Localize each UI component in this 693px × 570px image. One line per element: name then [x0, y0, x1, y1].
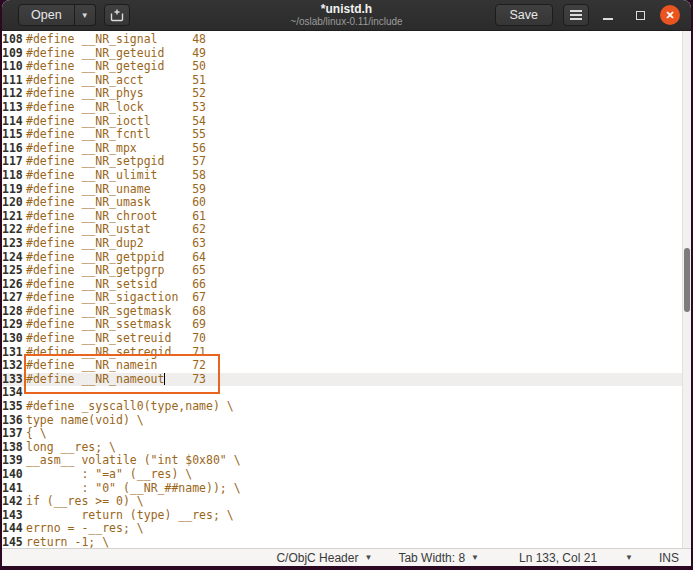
line-number: 130	[2, 332, 22, 346]
line-number: 123	[2, 237, 22, 251]
code-line[interactable]: 117#define __NR_setpgid 57	[2, 155, 682, 169]
code-line[interactable]: 119#define __NR_uname 59	[2, 183, 682, 197]
code-line[interactable]: 110#define __NR_getegid 50	[2, 60, 682, 74]
line-number: 140	[2, 468, 22, 482]
window-controls: Save ✕	[495, 2, 684, 28]
line-text: #define __NR_ustat 62	[22, 223, 206, 237]
code-line[interactable]: 129#define __NR_ssetmask 69	[2, 318, 682, 332]
save-button[interactable]: Save	[495, 4, 554, 26]
code-line[interactable]: 123#define __NR_dup2 63	[2, 237, 682, 251]
line-number: 142	[2, 495, 22, 509]
code-line[interactable]: 143 return (type) __res; \	[2, 509, 682, 523]
language-selector[interactable]: C/ObjC Header ▼	[276, 551, 372, 565]
code-line[interactable]: 141 : "0" (__NR_##name)); \	[2, 482, 682, 496]
line-text: #define __NR_mpx 56	[22, 142, 206, 156]
tab-width-selector[interactable]: Tab Width: 8 ▼	[398, 551, 479, 565]
new-document-button[interactable]	[104, 4, 130, 26]
line-number: 139	[2, 454, 22, 468]
line-number: 129	[2, 318, 22, 332]
window-subtitle: ~/oslab/linux-0.11/include	[290, 16, 402, 27]
line-number: 122	[2, 223, 22, 237]
language-label: C/ObjC Header	[276, 551, 358, 565]
open-dropdown-button[interactable]: ▼	[75, 4, 96, 26]
line-text: #define __NR_ssetmask 69	[22, 318, 206, 332]
line-text: #define __NR_ulimit 58	[22, 169, 206, 183]
code-line[interactable]: 142if (__res >= 0) \	[2, 495, 682, 509]
line-number: 136	[2, 414, 22, 428]
code-line[interactable]: 120#define __NR_umask 60	[2, 196, 682, 210]
code-line[interactable]: 109#define __NR_geteuid 49	[2, 47, 682, 61]
code-line[interactable]: 115#define __NR_fcntl 55	[2, 128, 682, 142]
line-number: 108	[2, 33, 22, 47]
scrollbar-thumb[interactable]	[684, 248, 690, 312]
line-number: 125	[2, 264, 22, 278]
line-text: #define __NR_dup2 63	[22, 237, 206, 251]
open-button-label: Open	[31, 8, 62, 22]
line-text: #define _syscall0(type,name) \	[22, 400, 234, 414]
line-number: 127	[2, 291, 22, 305]
code-line[interactable]: 121#define __NR_chroot 61	[2, 210, 682, 224]
save-button-label: Save	[510, 8, 539, 22]
line-number: 112	[2, 87, 22, 101]
cursor-position-selector[interactable]: Ln 133, Col 21 ▼	[519, 551, 633, 565]
open-button[interactable]: Open	[18, 4, 75, 26]
code-line[interactable]: 114#define __NR_ioctl 54	[2, 115, 682, 129]
line-text: #define __NR_ioctl 54	[22, 115, 206, 129]
line-number: 132	[2, 359, 22, 373]
code-line[interactable]: 137{ \	[2, 427, 682, 441]
minimize-button[interactable]	[595, 2, 621, 28]
code-line[interactable]: 140 : "=a" (__res) \	[2, 468, 682, 482]
code-line[interactable]: 116#define __NR_mpx 56	[2, 142, 682, 156]
text-editor-area[interactable]: 108#define __NR_signal 48109#define __NR…	[2, 31, 691, 548]
code-line[interactable]: 118#define __NR_ulimit 58	[2, 169, 682, 183]
line-number: 134	[2, 386, 22, 400]
line-number: 144	[2, 522, 22, 536]
maximize-button[interactable]	[627, 2, 653, 28]
code-line[interactable]: 128#define __NR_sgetmask 68	[2, 305, 682, 319]
line-text: return (type) __res; \	[22, 509, 234, 523]
vertical-scrollbar[interactable]	[682, 31, 691, 548]
chevron-down-icon: ▼	[364, 553, 372, 562]
code-line[interactable]: 144errno = -__res; \	[2, 522, 682, 536]
line-number: 114	[2, 115, 22, 129]
code-line[interactable]: 145return -1; \	[2, 536, 682, 548]
menu-button[interactable]	[563, 4, 589, 26]
line-text: errno = -__res; \	[22, 522, 144, 536]
line-text: type name(void) \	[22, 414, 144, 428]
code-line[interactable]: 135#define _syscall0(type,name) \	[2, 400, 682, 414]
insert-mode-toggle[interactable]: INS	[659, 551, 679, 565]
code-line[interactable]: 108#define __NR_signal 48	[2, 33, 682, 47]
close-icon: ✕	[660, 5, 680, 25]
code-line[interactable]: 127#define __NR_sigaction 67	[2, 291, 682, 305]
line-number: 126	[2, 278, 22, 292]
line-text: #define __NR_setsid 66	[22, 278, 206, 292]
code-line[interactable]: 138long __res; \	[2, 441, 682, 455]
chevron-down-icon: ▼	[625, 553, 633, 562]
close-button[interactable]: ✕	[657, 2, 683, 28]
code-line[interactable]: 125#define __NR_getpgrp 65	[2, 264, 682, 278]
status-bar: C/ObjC Header ▼ Tab Width: 8 ▼ Ln 133, C…	[2, 548, 691, 566]
line-number: 116	[2, 142, 22, 156]
line-number: 110	[2, 60, 22, 74]
code-line[interactable]: 136type name(void) \	[2, 414, 682, 428]
line-number: 111	[2, 74, 22, 88]
code-line[interactable]: 113#define __NR_lock 53	[2, 101, 682, 115]
code-line[interactable]: 122#define __NR_ustat 62	[2, 223, 682, 237]
code-line[interactable]: 111#define __NR_acct 51	[2, 74, 682, 88]
code-line[interactable]: 126#define __NR_setsid 66	[2, 278, 682, 292]
code-line[interactable]: 124#define __NR_getppid 64	[2, 251, 682, 265]
line-number: 115	[2, 128, 22, 142]
line-text: #define __NR_getppid 64	[22, 251, 206, 265]
line-text: #define __NR_fcntl 55	[22, 128, 206, 142]
minimize-icon	[603, 18, 613, 20]
line-text: if (__res >= 0) \	[22, 495, 144, 509]
line-text: #define __NR_setreuid 70	[22, 332, 206, 346]
line-text: #define __NR_chroot 61	[22, 210, 206, 224]
code-lines: 108#define __NR_signal 48109#define __NR…	[2, 33, 682, 548]
code-line[interactable]: 139__asm__ volatile ("int $0x80" \	[2, 454, 682, 468]
code-line[interactable]: 112#define __NR_phys 52	[2, 87, 682, 101]
line-text: return -1; \	[22, 536, 109, 548]
code-line[interactable]: 130#define __NR_setreuid 70	[2, 332, 682, 346]
line-number: 131	[2, 346, 22, 360]
line-number: 117	[2, 155, 22, 169]
